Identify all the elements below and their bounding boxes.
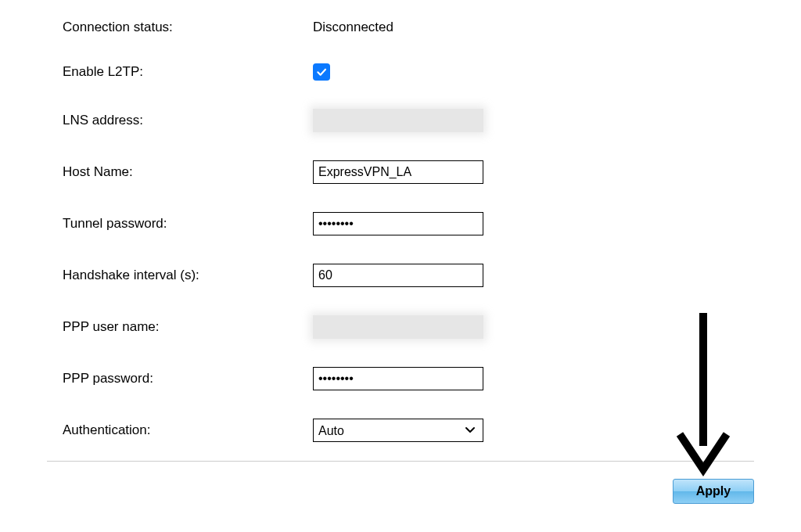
tunnel-password-label: Tunnel password: (63, 216, 313, 232)
authentication-row: Authentication: Auto (63, 419, 801, 442)
ppp-password-label: PPP password: (63, 371, 313, 386)
host-name-row: Host Name: (63, 160, 801, 184)
authentication-select-wrap: Auto (313, 419, 483, 442)
handshake-interval-input[interactable] (313, 264, 483, 287)
handshake-interval-label: Handshake interval (s): (63, 268, 313, 283)
enable-l2tp-label: Enable L2TP: (63, 64, 313, 80)
authentication-select[interactable]: Auto (313, 419, 483, 442)
tunnel-password-input[interactable] (313, 212, 483, 235)
ppp-user-name-row: PPP user name: (63, 315, 801, 339)
check-icon (315, 66, 328, 78)
enable-l2tp-checkbox[interactable] (313, 63, 330, 81)
enable-l2tp-row: Enable L2TP: (63, 63, 801, 81)
l2tp-settings-form: Connection status: Disconnected Enable L… (0, 0, 801, 442)
host-name-label: Host Name: (63, 164, 313, 180)
ppp-user-name-input[interactable] (313, 315, 483, 339)
ppp-user-name-label: PPP user name: (63, 319, 313, 335)
connection-status-row: Connection status: Disconnected (63, 20, 801, 35)
connection-status-label: Connection status: (63, 20, 313, 35)
ppp-password-row: PPP password: (63, 367, 801, 390)
lns-address-input[interactable] (313, 109, 483, 132)
tunnel-password-row: Tunnel password: (63, 212, 801, 235)
host-name-input[interactable] (313, 160, 483, 184)
lns-address-label: LNS address: (63, 113, 313, 128)
authentication-label: Authentication: (63, 422, 313, 438)
apply-button[interactable]: Apply (673, 479, 754, 504)
apply-row: Apply (0, 462, 801, 504)
connection-status-value: Disconnected (313, 20, 393, 35)
lns-address-row: LNS address: (63, 109, 801, 132)
ppp-password-input[interactable] (313, 367, 483, 390)
handshake-interval-row: Handshake interval (s): (63, 264, 801, 287)
